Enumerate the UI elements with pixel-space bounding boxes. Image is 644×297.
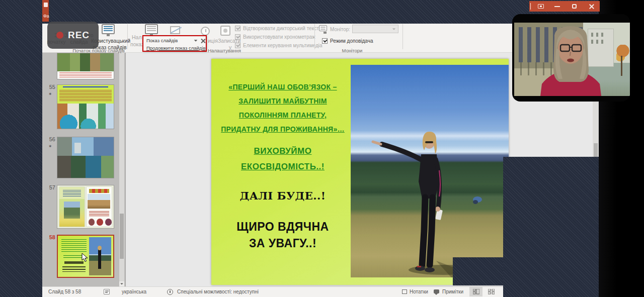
slide-thumbnail-57[interactable] — [57, 185, 114, 229]
continue-slideshow-item[interactable]: Продовжити показ слайдів — [146, 45, 205, 51]
slide-thumbnail-54[interactable] — [57, 53, 114, 79]
monitor-select[interactable] — [352, 25, 398, 33]
setup-label-fragment: Нал — [132, 34, 142, 41]
slide-quote-line4: ПРИДАТНУ ДЛЯ ПРОЖИВАННЯ»… — [214, 122, 351, 136]
accessibility-status[interactable]: Спеціальні можливості: недоступні — [177, 289, 259, 294]
thumbnail-56-number: 56 — [43, 136, 55, 142]
ribbon-divider — [127, 24, 128, 49]
minimize-button[interactable] — [549, 1, 566, 12]
powerpoint-logo-icon — [44, 3, 48, 7]
presenter-checkbox-icon — [322, 38, 328, 44]
mouse-cursor — [82, 253, 89, 263]
accessibility-icon — [167, 289, 173, 295]
slide-next-text: ДАЛІ БУДЕ..! — [214, 189, 351, 203]
monitor-icon — [319, 25, 327, 31]
record-dot-icon — [56, 32, 63, 39]
narration-label: Відтворювати дикторський текст — [243, 26, 319, 31]
animation-star-icon: ✶ — [48, 91, 52, 96]
restore-button[interactable] — [566, 1, 583, 12]
file-tab-fragment[interactable]: Фа — [43, 14, 49, 19]
media-controls-checkbox-icon — [235, 43, 240, 48]
presenter-mode-label: Режим доповідача — [330, 38, 373, 44]
conference-background — [0, 0, 42, 297]
language-indicator[interactable]: українська — [122, 289, 146, 294]
monitor-label: Монітор: — [330, 27, 350, 32]
presenter-webcam — [512, 14, 630, 102]
slideshow-dropdown[interactable]: Показ слайдів Продовжити показ слайдів — [142, 35, 207, 52]
thumbnail-58-number: 58 — [43, 234, 55, 240]
powerpoint-titlebar-fragment: Фа — [42, 0, 49, 22]
notes-icon — [402, 289, 407, 294]
slide-thanks-line2: ЗА УВАГУ..! — [214, 235, 351, 252]
animation-star-icon: ✶ — [48, 144, 52, 149]
narration-checkbox-icon — [235, 26, 240, 31]
select-caret-icon — [392, 28, 395, 30]
dropdown-title: Показ слайдів — [146, 38, 178, 43]
group-monitors: Монітори — [327, 48, 377, 53]
dropdown-close-icon[interactable] — [201, 38, 205, 43]
thumbnail-57-number: 57 — [43, 184, 55, 190]
slide-eco-line2: ЕКОСВІДОМІСТЬ..! — [214, 159, 351, 174]
slide-thumbnail-55[interactable] — [57, 84, 114, 129]
thumbnail-scrollbar[interactable] — [119, 53, 124, 281]
webcam-video — [514, 23, 630, 96]
slide-quote-line3: ПОКОЛІННЯМ ПЛАНЕТУ, — [214, 108, 351, 122]
timings-checkbox-icon — [235, 34, 240, 40]
dropdown-open-caret-icon[interactable] — [194, 40, 198, 41]
rec-label: REC — [68, 30, 90, 41]
rehearse-timings-icon — [201, 27, 210, 36]
custom-slideshow-icon — [102, 24, 115, 34]
ribbon-display-options-button[interactable] — [532, 1, 549, 12]
comments-button[interactable]: Примітки — [442, 289, 463, 294]
slide-quote-line2: ЗАЛИШИТИ МАЙБУТНІМ — [214, 94, 351, 108]
conference-background-notch — [453, 257, 503, 285]
slide-thanks-line1: ЩИРО ВДЯЧНА — [214, 219, 351, 235]
slide-thumbnail-56[interactable] — [57, 137, 114, 178]
window-controls — [529, 1, 600, 12]
thumbnail-55-number: 55 — [43, 84, 55, 90]
thumbnail-scroll-down-button[interactable] — [119, 281, 124, 286]
spellcheck-icon[interactable] — [104, 289, 110, 294]
woman-figure — [373, 132, 443, 272]
slide-counter: Слайд 58 з 58 — [48, 289, 81, 294]
ribbon-divider — [314, 24, 315, 49]
presenter-figure — [540, 26, 601, 96]
media-controls-label: Елементи керування мультимедіа — [243, 43, 323, 48]
timings-label: Використовувати хронометраж — [243, 34, 315, 40]
slide-sorter-view-button[interactable] — [485, 287, 498, 296]
ribbon-divider — [403, 24, 403, 49]
hide-slide-icon — [170, 26, 180, 34]
notes-button[interactable]: Нотатки — [410, 289, 428, 294]
setup-slideshow-icon — [145, 24, 158, 34]
rehearse-label-fragment: иція — [208, 38, 218, 44]
slide-quote-line1: «ПЕРШИЙ НАШ ОБОВ’ЯЗОК – — [214, 80, 351, 94]
record-slideshow-icon — [220, 26, 230, 36]
comments-icon — [434, 289, 439, 293]
mountain-photo — [351, 65, 509, 277]
setup-label-fragment2: показ — [130, 41, 144, 48]
slide-eco-line1: ВИХОВУЙМО — [214, 143, 351, 159]
recording-indicator[interactable]: REC — [47, 22, 99, 49]
normal-view-button[interactable] — [469, 287, 482, 296]
slide-58[interactable]: «ПЕРШИЙ НАШ ОБОВ’ЯЗОК – ЗАЛИШИТИ МАЙБУТН… — [211, 59, 509, 285]
close-button[interactable] — [583, 1, 600, 12]
conference-background-right — [503, 157, 599, 297]
screen: З початку З поточного слайда Користуваць… — [0, 0, 644, 297]
